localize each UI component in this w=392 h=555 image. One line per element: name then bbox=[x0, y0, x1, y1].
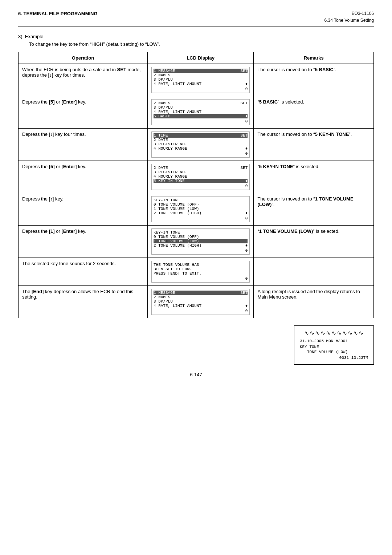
remark-cell bbox=[254, 258, 374, 286]
receipt-line3: TONE VOLUME (LOW) bbox=[300, 350, 368, 354]
receipt-box: ∿∿∿∿∿∿∿∿∿∿∿ 31-10-2005 MON #3001 KEY TON… bbox=[294, 325, 374, 365]
remark-cell: The cursor is moved on to “5 KEY-IN TONE… bbox=[254, 129, 374, 161]
table-row: Depress the [5] or [Enter] key.2 NAMESSE… bbox=[19, 96, 374, 129]
remark-cell: The cursor is moved on to “1 TONE VOLUME… bbox=[254, 193, 374, 226]
operation-cell: The selected key tone sounds for 2 secon… bbox=[19, 258, 148, 286]
operation-cell: The [End] key depression allows the ECR … bbox=[19, 286, 148, 318]
page-header: 6. TERMINAL FILE PROGRAMMING EO3-11106 bbox=[18, 11, 374, 16]
operation-cell: Depress the [1] or [Enter] key. bbox=[19, 226, 148, 258]
receipt-line2: KEY TONE bbox=[300, 345, 368, 349]
lcd-cell: KEY-IN TONE0 TONE VOLUME (OFF)1 TONE VOL… bbox=[148, 226, 254, 258]
table-row: Depress the [5] or [Enter] key.2 DATESET… bbox=[19, 161, 374, 193]
operation-cell: Depress the [↓] key four times. bbox=[19, 129, 148, 161]
example-label: 3) Example bbox=[18, 34, 374, 39]
table-row: The selected key tone sounds for 2 secon… bbox=[19, 258, 374, 286]
remark-cell: A long receipt is issued and the display… bbox=[254, 286, 374, 318]
page-footer: 6-147 bbox=[18, 372, 374, 377]
table-row: Depress the [↓] key four times.1 TIMESET… bbox=[19, 129, 374, 161]
operation-cell: Depress the [↑] key. bbox=[19, 193, 148, 226]
example-description: To change the key tone from “HIGH” (defa… bbox=[29, 41, 374, 47]
remark-cell: “5 KEY-IN TONE” is selected. bbox=[254, 161, 374, 193]
table-row: Depress the [↑] key.KEY-IN TONE0 TONE VO… bbox=[19, 193, 374, 226]
header-divider bbox=[18, 27, 374, 27]
table-row: When the ECR is being outside a sale and… bbox=[19, 64, 374, 96]
remark-cell: The cursor is moved on to “5 BASIC”. bbox=[254, 64, 374, 96]
page-number: 6-147 bbox=[190, 372, 202, 377]
remark-cell: “1 TONE VOLUME (LOW)” is selected. bbox=[254, 226, 374, 258]
receipt-line4: 0031 13:23TM bbox=[300, 356, 368, 360]
col-remarks: Remarks bbox=[254, 52, 374, 64]
col-operation: Operation bbox=[19, 52, 148, 64]
lcd-cell: KEY-IN TONE0 TONE VOLUME (OFF)1 TONE VOL… bbox=[148, 193, 254, 226]
lcd-cell: 2 NAMESSET3 DP/PLU4 RATE, LIMIT AMOUNT5 … bbox=[148, 96, 254, 129]
section-title-header: 6. TERMINAL FILE PROGRAMMING bbox=[18, 11, 98, 16]
lcd-cell: THE TONE VOLUME HASBEEN SET TO LOW.PRESS… bbox=[148, 258, 254, 286]
operation-cell: When the ECR is being outside a sale and… bbox=[19, 64, 148, 96]
lcd-cell: 2 DATESET3 REGISTER NO.4 HOURLY RANGE5 K… bbox=[148, 161, 254, 193]
operation-cell: Depress the [5] or [Enter] key. bbox=[19, 161, 148, 193]
remark-cell: “5 BASIC” is selected. bbox=[254, 96, 374, 129]
receipt-wavy: ∿∿∿∿∿∿∿∿∿∿∿ bbox=[300, 329, 368, 337]
steps-table: Operation LCD Display Remarks When the E… bbox=[18, 52, 374, 318]
lcd-cell: 1 TIMESET2 DATE3 REGISTER NO.4 HOURLY RA… bbox=[148, 129, 254, 161]
sub-header: 6.34 Tone Volume Setting bbox=[18, 18, 374, 23]
operation-cell: Depress the [5] or [Enter] key. bbox=[19, 96, 148, 129]
col-lcd: LCD Display bbox=[148, 52, 254, 64]
lcd-cell: 1 MESSAGESET2 NAMES3 DP/PLU4 RATE, LIMIT… bbox=[148, 64, 254, 96]
table-row: The [End] key depression allows the ECR … bbox=[19, 286, 374, 318]
lcd-cell: 1 MESSAGESET2 NAMES3 DP/PLU4 RATE, LIMIT… bbox=[148, 286, 254, 318]
table-row: Depress the [1] or [Enter] key.KEY-IN TO… bbox=[19, 226, 374, 258]
doc-number: EO3-11106 bbox=[352, 11, 374, 16]
receipt-line1: 31-10-2005 MON #3001 bbox=[300, 339, 368, 343]
